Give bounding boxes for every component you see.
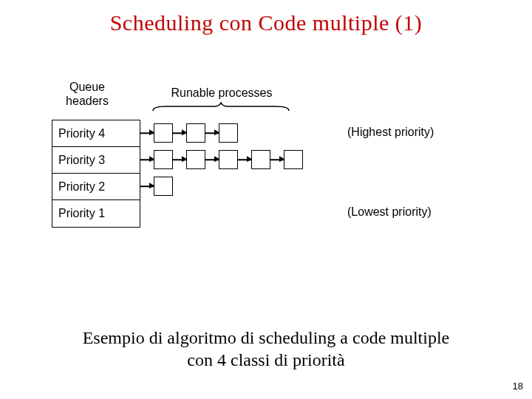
process-box: [154, 150, 173, 169]
slide-caption: Esempio di algoritmo di scheduling a cod…: [0, 327, 532, 371]
page-number: 18: [513, 381, 523, 392]
arrow-icon: [140, 159, 154, 160]
priority-label: Priority 4: [58, 127, 105, 140]
arrow-icon: [140, 132, 154, 134]
slide-title: Scheduling con Code multiple (1): [0, 10, 532, 35]
priority-label: Priority 1: [58, 207, 105, 220]
queue-headers-label-line2: headers: [66, 95, 109, 107]
process-box: [154, 177, 173, 196]
scheduling-diagram: Queue headers Runable processes Priority…: [52, 81, 466, 266]
arrow-icon: [173, 132, 186, 134]
arrow-icon: [140, 185, 154, 187]
arrow-icon: [270, 159, 284, 160]
process-box: [251, 150, 270, 169]
process-box: [219, 150, 238, 169]
queue-row: Priority 4: [52, 120, 140, 147]
queue-headers-label-line1: Queue: [69, 81, 105, 93]
priority-label: Priority 2: [58, 180, 105, 194]
arrow-icon: [173, 159, 186, 160]
queue-headers-label: Queue headers: [43, 80, 132, 108]
process-box: [186, 123, 205, 143]
arrow-icon: [205, 159, 219, 160]
runable-processes-label: Runable processes: [155, 86, 288, 100]
queue-header-table: Priority 4 Priority 3 Priority 2 Priorit…: [52, 120, 140, 228]
process-box: [154, 123, 173, 143]
arrow-icon: [238, 159, 251, 160]
brace-icon: [151, 102, 290, 112]
queue-row: Priority 2: [52, 174, 140, 200]
process-box: [186, 150, 205, 169]
caption-line1: Esempio di algoritmo di scheduling a cod…: [83, 328, 450, 347]
queue-row: Priority 3: [52, 147, 140, 174]
priority-label: Priority 3: [58, 154, 105, 167]
process-box: [219, 123, 238, 143]
priority-note: (Highest priority): [347, 126, 434, 139]
arrow-icon: [205, 132, 219, 134]
queue-row: Priority 1: [52, 200, 140, 227]
priority-note: (Lowest priority): [347, 205, 432, 219]
process-box: [284, 150, 303, 169]
caption-line2: con 4 classi di priorità: [187, 350, 344, 369]
